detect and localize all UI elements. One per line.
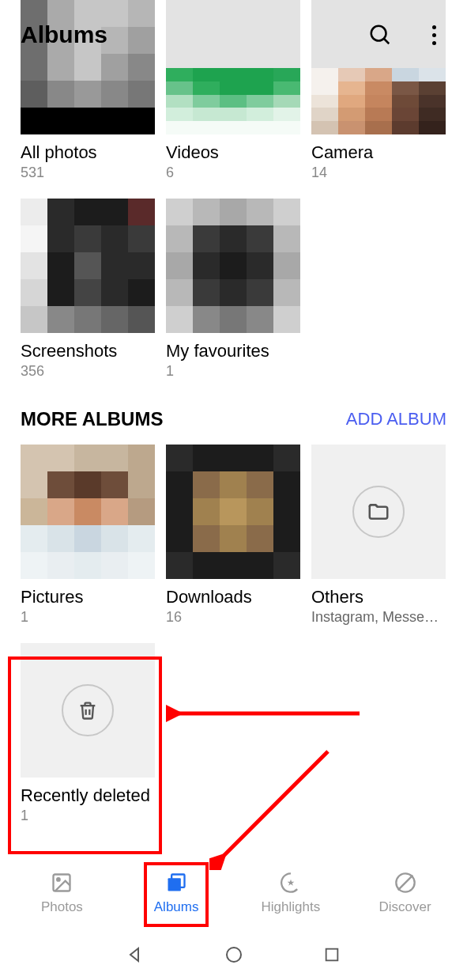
album-title: Camera — [311, 142, 446, 163]
album-count: 356 — [21, 363, 155, 380]
album-count: 14 — [311, 165, 446, 181]
nav-albums[interactable]: Albums — [119, 871, 234, 915]
svg-point-0 — [371, 26, 386, 41]
album-count: 1 — [166, 363, 300, 380]
system-nav-bar — [0, 929, 467, 980]
home-icon[interactable] — [223, 944, 245, 966]
bottom-nav: Photos Albums Highlights Discover — [0, 857, 467, 929]
album-count: 531 — [21, 165, 155, 181]
album-thumbnail — [21, 643, 155, 778]
album-title: Screenshots — [21, 341, 155, 361]
nav-highlights[interactable]: Highlights — [234, 871, 348, 915]
discover-icon — [394, 871, 417, 895]
svg-point-7 — [58, 878, 61, 881]
header-actions — [367, 22, 446, 47]
album-my-favourites[interactable]: My favourites 1 — [166, 199, 300, 380]
nav-label: Discover — [379, 899, 431, 915]
more-menu-icon[interactable] — [421, 22, 446, 47]
album-count: 1 — [21, 609, 155, 626]
add-album-button[interactable]: ADD ALBUM — [346, 409, 446, 429]
folder-icon — [352, 486, 405, 538]
svg-point-13 — [227, 948, 241, 962]
svg-rect-9 — [168, 878, 181, 891]
album-title: All photos — [21, 142, 155, 163]
album-screenshots[interactable]: Screenshots 356 — [21, 199, 155, 380]
trash-icon — [62, 684, 114, 736]
svg-marker-10 — [288, 880, 295, 886]
photos-icon — [50, 871, 73, 895]
albums-icon — [164, 871, 188, 895]
nav-label: Highlights — [262, 899, 321, 915]
album-count: 1 — [21, 808, 155, 824]
album-thumbnail — [166, 445, 300, 579]
album-thumbnail — [166, 199, 300, 333]
more-albums-title: MORE ALBUMS — [21, 408, 163, 430]
nav-discover[interactable]: Discover — [348, 871, 462, 915]
album-title: Others — [311, 587, 446, 607]
album-title: Videos — [166, 142, 300, 163]
album-count: 6 — [166, 165, 300, 181]
album-title: Recently deleted — [21, 785, 155, 806]
more-albums-grid: Pictures 1 Downloads 16 — [21, 445, 446, 824]
album-thumbnail — [21, 199, 155, 333]
album-title: Pictures — [21, 587, 155, 607]
highlights-icon — [279, 871, 303, 895]
nav-photos[interactable]: Photos — [5, 871, 119, 915]
album-title: Downloads — [166, 587, 300, 607]
album-downloads[interactable]: Downloads 16 — [166, 445, 300, 626]
album-others[interactable]: Others Instagram, Messenge… — [311, 445, 446, 626]
svg-line-1 — [384, 39, 389, 44]
more-albums-header: MORE ALBUMS ADD ALBUM — [21, 408, 446, 430]
header-bar: Albums — [0, 0, 467, 70]
back-icon[interactable] — [124, 944, 146, 966]
svg-line-12 — [397, 876, 412, 891]
album-subtitle: Instagram, Messenge… — [311, 609, 446, 626]
nav-label: Albums — [154, 899, 199, 915]
page-title: Albums — [21, 21, 367, 48]
content-area: All photos 531 Videos 6 — [0, 0, 467, 857]
search-icon[interactable] — [367, 22, 393, 47]
album-count: 16 — [166, 609, 300, 626]
album-thumbnail — [21, 445, 155, 579]
album-pictures[interactable]: Pictures 1 — [21, 445, 155, 626]
nav-label: Photos — [41, 899, 83, 915]
album-recently-deleted[interactable]: Recently deleted 1 — [21, 643, 155, 824]
album-thumbnail — [311, 445, 446, 579]
album-title: My favourites — [166, 341, 300, 361]
svg-rect-14 — [326, 948, 338, 960]
recents-icon[interactable] — [321, 944, 343, 966]
